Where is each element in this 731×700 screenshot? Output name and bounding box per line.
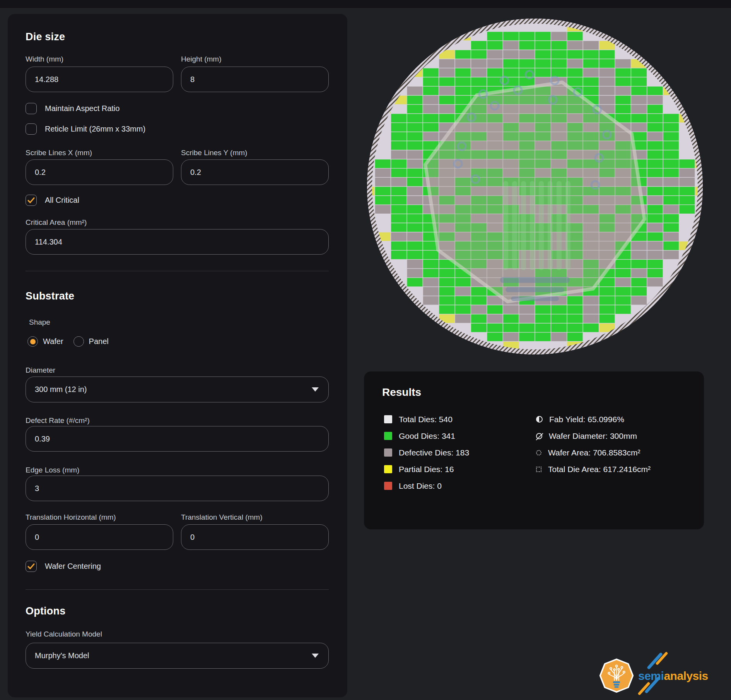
scribe-y-input[interactable] xyxy=(181,159,329,185)
critical-area-label: Critical Area (mm²) xyxy=(26,218,87,227)
top-bar xyxy=(0,0,731,9)
die-yield-calculator-app: Die size Width (mm) Height (mm) Maintain… xyxy=(0,0,731,700)
logo-text-semi: semi xyxy=(638,669,664,682)
total-dies-icon xyxy=(384,415,392,423)
chevron-down-icon xyxy=(312,654,319,658)
reticle-limit-checkbox[interactable] xyxy=(26,123,37,135)
result-good-dies: Good Dies: 341 xyxy=(384,428,469,444)
width-label: Width (mm) xyxy=(26,55,63,63)
lost-dies-text: Lost Dies: 0 xyxy=(399,481,442,491)
yield-model-select[interactable]: Murphy's Model xyxy=(26,643,329,669)
results-panel: Results Total Dies: 540Good Dies: 341Def… xyxy=(364,371,704,529)
edge-loss-label: Edge Loss (mm) xyxy=(26,466,79,474)
result-lost-dies: Lost Dies: 0 xyxy=(384,478,469,494)
logo-badge-icon xyxy=(599,657,634,694)
shape-panel-radio[interactable] xyxy=(73,336,84,347)
wafer-centering-checkbox[interactable] xyxy=(26,561,37,572)
section-divider xyxy=(26,271,329,271)
height-input[interactable] xyxy=(181,67,329,92)
good-dies-icon xyxy=(384,432,392,440)
settings-panel: Die size Width (mm) Height (mm) Maintain… xyxy=(8,14,347,697)
translation-vertical-label: Translation Vertical (mm) xyxy=(181,513,262,522)
diameter-label: Diameter xyxy=(26,366,55,375)
wafer-map-svg xyxy=(367,19,703,354)
total-die-area-text: Total Die Area: 617.2416cm² xyxy=(548,465,651,474)
all-critical-label: All Critical xyxy=(45,196,79,205)
result-wafer-area: Wafer Area: 706.8583cm² xyxy=(536,444,651,461)
result-total-die-area: Total Die Area: 617.2416cm² xyxy=(536,461,651,478)
shape-label: Shape xyxy=(29,318,50,327)
height-label: Height (mm) xyxy=(181,55,222,63)
all-critical-checkbox[interactable] xyxy=(26,195,37,206)
diameter-select-value: 300 mm (12 in) xyxy=(35,385,87,394)
results-column-left: Total Dies: 540Good Dies: 341Defective D… xyxy=(384,411,469,494)
wafer-diameter-text: Wafer Diameter: 300mm xyxy=(549,431,637,441)
result-wafer-diameter: Wafer Diameter: 300mm xyxy=(536,428,651,444)
shape-wafer-radio[interactable] xyxy=(27,336,38,347)
translation-horizontal-label: Translation Horizontal (mm) xyxy=(26,513,116,522)
good-dies-text: Good Dies: 341 xyxy=(399,431,455,441)
wafer-map xyxy=(367,19,703,354)
fab-yield-text: Fab Yield: 65.0996% xyxy=(549,415,624,424)
defective-dies-icon xyxy=(384,448,392,457)
translation-vertical-input[interactable] xyxy=(181,524,329,550)
partial-dies-text: Partial Dies: 16 xyxy=(399,465,454,474)
total-dies-text: Total Dies: 540 xyxy=(399,415,453,424)
result-partial-dies: Partial Dies: 16 xyxy=(384,461,469,478)
shape-panel-label: Panel xyxy=(89,337,109,346)
defect-rate-label: Defect Rate (#/cm²) xyxy=(26,416,90,425)
defective-dies-text: Defective Dies: 183 xyxy=(399,448,469,457)
result-fab-yield: Fab Yield: 65.0996% xyxy=(536,411,651,428)
shape-wafer-label: Wafer xyxy=(43,337,63,346)
options-title: Options xyxy=(26,605,65,617)
result-defective-dies: Defective Dies: 183 xyxy=(384,444,469,461)
chevron-down-icon xyxy=(312,387,319,392)
wafer-centering-label: Wafer Centering xyxy=(45,562,101,571)
results-column-right: Fab Yield: 65.0996%Wafer Diameter: 300mm… xyxy=(536,411,651,478)
maintain-aspect-ratio-checkbox[interactable] xyxy=(26,103,37,114)
logo-wordmark: semianalysis xyxy=(638,669,708,683)
diameter-select[interactable]: 300 mm (12 in) xyxy=(26,377,329,402)
lost-dies-icon xyxy=(384,482,392,490)
result-total-dies: Total Dies: 540 xyxy=(384,411,469,428)
logo-text-analysis: analysis xyxy=(664,669,708,682)
critical-area-input[interactable] xyxy=(26,229,329,255)
check-icon xyxy=(27,196,36,205)
check-icon xyxy=(27,562,36,571)
fab-yield-icon xyxy=(536,416,543,423)
maintain-aspect-ratio-label: Maintain Aspect Ratio xyxy=(45,104,120,113)
edge-loss-input[interactable] xyxy=(26,476,329,501)
substrate-title: Substrate xyxy=(26,290,74,302)
scribe-x-input[interactable] xyxy=(26,159,173,185)
wafer-area-icon xyxy=(536,450,541,455)
total-die-area-icon xyxy=(536,467,541,472)
partial-dies-icon xyxy=(384,465,392,473)
defect-rate-input[interactable] xyxy=(26,426,329,452)
width-input[interactable] xyxy=(26,67,173,92)
translation-horizontal-input[interactable] xyxy=(26,524,173,550)
scribe-y-label: Scribe Lines Y (mm) xyxy=(181,149,247,157)
section-divider xyxy=(26,589,329,590)
semianalysis-logo: semianalysis xyxy=(599,656,715,698)
yield-model-label: Yield Calculation Model xyxy=(26,630,102,638)
wafer-diameter-icon xyxy=(536,433,542,439)
results-title: Results xyxy=(382,386,421,399)
yield-model-select-value: Murphy's Model xyxy=(35,651,89,660)
reticle-limit-label: Reticle Limit (26mm x 33mm) xyxy=(45,125,145,133)
die-size-title: Die size xyxy=(26,31,65,43)
scribe-x-label: Scribe Lines X (mm) xyxy=(26,149,92,157)
wafer-area-text: Wafer Area: 706.8583cm² xyxy=(548,448,640,457)
